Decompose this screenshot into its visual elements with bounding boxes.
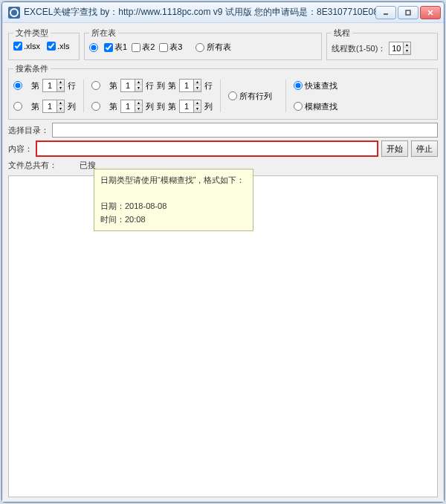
table2-checkbox[interactable]: 表2 <box>132 42 155 53</box>
tooltip-line3: 时间：20:08 <box>100 213 247 227</box>
search-legend: 搜索条件 <box>13 63 51 74</box>
col-single-radio[interactable] <box>13 102 22 111</box>
results-area: 日期类型请使用“模糊查找”，格式如下： 日期：2018-08-08 时间：20:… <box>8 175 438 497</box>
file-count-label: 文件总共有： <box>8 160 57 171</box>
content-area: 文件类型 .xlsx .xls 所在表 表1 表2 表3 所有表 线程 线程数 <box>2 23 444 502</box>
all-rowcol-radio[interactable]: 所有行列 <box>228 91 272 102</box>
maximize-button[interactable] <box>398 6 418 19</box>
col-from-spinner[interactable]: ▴▾ <box>120 100 143 113</box>
threads-legend: 线程 <box>332 28 352 39</box>
app-icon <box>8 7 20 19</box>
content-input[interactable] <box>36 140 378 157</box>
table1-checkbox[interactable]: 表1 <box>104 42 127 53</box>
threads-spinner[interactable]: ▴▾ <box>389 42 411 55</box>
tables-group: 所在表 表1 表2 表3 所有表 <box>84 28 322 60</box>
spin-up-icon: ▴ <box>403 42 410 48</box>
close-button[interactable] <box>420 6 441 19</box>
row-spinner[interactable]: ▴▾ <box>42 79 65 92</box>
row-to-spinner[interactable]: ▴▾ <box>179 79 201 92</box>
tables-legend: 所在表 <box>89 28 118 39</box>
minimize-button[interactable] <box>375 6 396 19</box>
fuzzy-search-radio[interactable]: 模糊查找 <box>294 101 337 112</box>
search-conditions-group: 搜索条件 第 ▴▾ 行 第 ▴▾ 列 <box>8 63 438 120</box>
window-controls <box>375 6 441 19</box>
xls-checkbox[interactable]: .xls <box>47 42 70 51</box>
fast-search-radio[interactable]: 快速查找 <box>294 80 337 91</box>
threads-group: 线程 线程数(1-50)： ▴▾ <box>326 28 438 60</box>
window-title: EXCEL关键字查找 by：http://www.1118pc.com v9 试… <box>24 6 375 19</box>
stop-button[interactable]: 停止 <box>411 140 438 157</box>
row-from-spinner[interactable]: ▴▾ <box>120 79 143 92</box>
col-spinner[interactable]: ▴▾ <box>42 100 65 113</box>
tooltip-line2: 日期：2018-08-08 <box>100 200 247 213</box>
row-single-radio[interactable] <box>13 81 22 90</box>
app-window: EXCEL关键字查找 by：http://www.1118pc.com v9 试… <box>1 1 445 503</box>
xlsx-checkbox[interactable]: .xlsx <box>13 42 40 51</box>
all-tables-radio[interactable]: 所有表 <box>195 42 231 53</box>
content-label: 内容： <box>8 143 33 155</box>
titlebar: EXCEL关键字查找 by：http://www.1118pc.com v9 试… <box>2 2 444 23</box>
spin-down-icon: ▾ <box>403 48 410 54</box>
filetype-legend: 文件类型 <box>13 28 51 39</box>
tooltip: 日期类型请使用“模糊查找”，格式如下： 日期：2018-08-08 时间：20:… <box>94 169 253 231</box>
table3-checkbox[interactable]: 表3 <box>159 42 182 53</box>
row-range-radio[interactable] <box>91 81 100 90</box>
col-range-radio[interactable] <box>91 102 100 111</box>
dir-label: 选择目录： <box>8 125 49 136</box>
filetype-group: 文件类型 .xlsx .xls <box>8 28 80 60</box>
dir-input[interactable] <box>52 123 438 138</box>
tooltip-line1: 日期类型请使用“模糊查找”，格式如下： <box>100 174 247 187</box>
svg-rect-1 <box>406 10 410 15</box>
col-to-spinner[interactable]: ▴▾ <box>179 100 201 113</box>
start-button[interactable]: 开始 <box>381 140 408 157</box>
threads-label: 线程数(1-50)： <box>332 43 386 54</box>
tables-radio[interactable] <box>89 43 98 52</box>
